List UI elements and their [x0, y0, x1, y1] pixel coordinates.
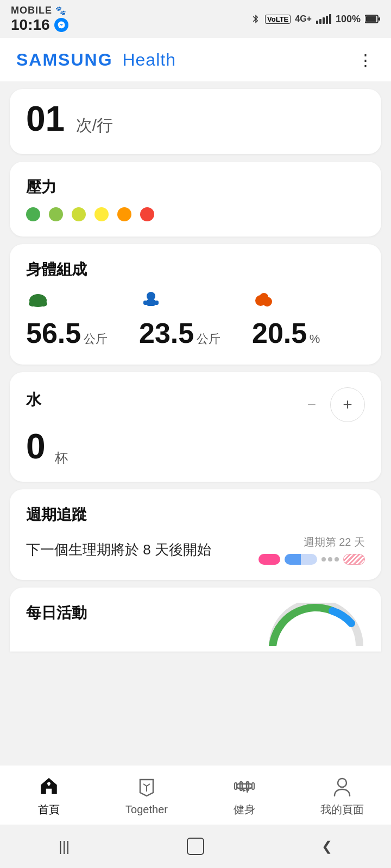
period-card[interactable]: 週期追蹤 下一個生理期將於 8 天後開始 週期第 22 天: [10, 489, 381, 580]
period-dot-3: [335, 557, 339, 561]
time-display: 10:16: [11, 16, 50, 34]
svg-rect-9: [154, 301, 159, 305]
volte-badge: VoLTE: [265, 15, 291, 24]
brand-text: SAMSUNG: [16, 50, 113, 69]
muscle-icon: [139, 290, 163, 314]
svg-rect-8: [143, 301, 148, 305]
bottom-nav[interactable]: 首頁 Together 健身: [0, 765, 391, 825]
period-info: 下一個生理期將於 8 天後開始 週期第 22 天: [26, 535, 365, 565]
period-right: 週期第 22 天: [258, 535, 365, 565]
carrier-text: MOBILE 🐾: [11, 5, 67, 16]
water-unit: 杯: [55, 450, 68, 465]
body-comp-title: 身體組成: [26, 259, 365, 280]
nav-label-home: 首頁: [38, 802, 60, 817]
network-4g: 4G+: [295, 14, 312, 24]
svg-point-20: [338, 778, 346, 787]
period-pill-prediction: [343, 554, 365, 565]
period-description: 下一個生理期將於 8 天後開始: [26, 539, 250, 560]
pressure-dot-3: [72, 207, 86, 221]
together-icon: [134, 774, 160, 800]
pressure-dot-2: [49, 207, 63, 221]
period-icons: [258, 554, 365, 565]
nav-item-mypage[interactable]: 我的頁面: [293, 773, 391, 817]
menu-button[interactable]: ⋮: [357, 50, 375, 69]
fat-value: 20.5 %: [252, 317, 320, 349]
period-dot-2: [328, 557, 332, 561]
nav-label-mypage: 我的頁面: [320, 802, 364, 817]
pressure-card[interactable]: 壓力: [10, 162, 381, 237]
nav-home-button[interactable]: [187, 838, 204, 855]
status-bar: MOBILE 🐾 10:16 VoLTE 4G+ 100%: [0, 0, 391, 38]
period-day-label: 週期第 22 天: [304, 535, 365, 550]
svg-rect-19: [247, 788, 248, 793]
nav-back-button[interactable]: ❮: [321, 839, 332, 854]
carrier-logo: 🐾: [55, 6, 67, 15]
body-composition-card[interactable]: 身體組成 56.5 公斤: [10, 244, 381, 365]
svg-point-5: [40, 301, 47, 307]
partial-number-value: 01: [26, 99, 65, 138]
svg-rect-13: [47, 789, 51, 794]
fat-icon: [252, 290, 276, 314]
nav-label-together: Together: [125, 803, 168, 816]
partial-number: 01 次/行: [26, 105, 113, 137]
time-row: 10:16: [11, 16, 68, 34]
svg-rect-17: [235, 783, 237, 789]
status-left: MOBILE 🐾 10:16: [11, 5, 68, 34]
svg-point-4: [29, 301, 36, 307]
signal-bars: [316, 14, 331, 24]
water-controls[interactable]: − +: [302, 387, 365, 422]
pressure-title: 壓力: [26, 177, 365, 197]
svg-point-12: [260, 293, 268, 302]
battery-text: 100%: [336, 14, 361, 25]
svg-rect-14: [237, 784, 252, 788]
nav-recent-button[interactable]: |||: [59, 838, 70, 855]
battery-icon: [365, 14, 380, 24]
title-text: Health: [122, 50, 176, 69]
weight-icon: [26, 290, 50, 314]
partial-card: 01 次/行: [10, 89, 381, 154]
bluetooth-icon: [251, 13, 261, 25]
partial-unit: 次/行: [76, 116, 113, 134]
svg-rect-2: [379, 17, 380, 21]
app-header: SAMSUNG Health ⋮: [0, 38, 391, 81]
pressure-dots: [26, 207, 365, 221]
water-header: 水 − +: [26, 387, 365, 422]
status-right: VoLTE 4G+ 100%: [251, 13, 380, 25]
period-dot-1: [321, 557, 326, 561]
carrier-name: MOBILE: [11, 5, 52, 16]
mypage-icon: [329, 773, 355, 799]
period-pill-fertile: [285, 554, 317, 565]
water-count: 0: [26, 427, 46, 466]
body-comp-row: 56.5 公斤 23.5 公斤: [26, 290, 365, 349]
fat-item: 20.5 %: [252, 290, 365, 349]
pressure-dot-6: [140, 207, 154, 221]
svg-rect-7: [147, 299, 155, 306]
muscle-item: 23.5 公斤: [139, 290, 252, 349]
svg-point-6: [147, 292, 155, 301]
daily-activity-title: 每日活動: [26, 603, 87, 623]
period-title: 週期追蹤: [26, 505, 365, 525]
pressure-dot-5: [117, 207, 131, 221]
water-title: 水: [26, 390, 41, 410]
nav-item-home[interactable]: 首頁: [0, 773, 98, 817]
svg-rect-15: [240, 782, 242, 790]
weight-value: 56.5 公斤: [26, 317, 108, 349]
weight-item: 56.5 公斤: [26, 290, 139, 349]
home-icon: [36, 773, 62, 799]
nav-item-fitness[interactable]: 健身: [195, 773, 293, 817]
app-title: SAMSUNG Health: [16, 50, 176, 70]
fitness-icon: [231, 773, 257, 799]
pressure-dot-1: [26, 207, 40, 221]
period-separator: [321, 557, 339, 561]
water-card[interactable]: 水 − + 0 杯: [10, 372, 381, 482]
water-decrease-button[interactable]: −: [302, 391, 321, 419]
nav-item-together[interactable]: Together: [98, 774, 195, 816]
water-value-display: 0 杯: [26, 426, 365, 467]
daily-activity-card[interactable]: 每日活動: [10, 588, 381, 652]
activity-arc: [267, 603, 365, 646]
svg-rect-1: [366, 16, 376, 22]
period-pill-menstrual: [258, 554, 280, 565]
water-increase-button[interactable]: +: [330, 387, 365, 422]
android-nav: ||| ❮: [0, 825, 391, 868]
messenger-icon: [54, 18, 68, 32]
